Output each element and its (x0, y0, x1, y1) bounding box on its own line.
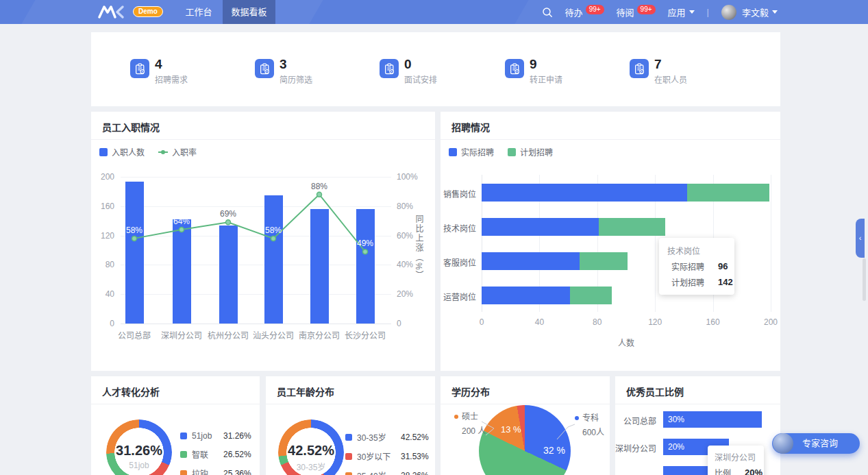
row-label: 客服岗位 (441, 256, 476, 268)
tooltip-row: 实际招聘96 (667, 260, 726, 272)
y-left-tick: 80 (92, 260, 114, 269)
ratio-bar-公司总部[interactable]: 30% (663, 411, 762, 428)
donut-center-text: 42.52%30-35岁 (270, 443, 352, 472)
stat-label: 简历筛选 (280, 73, 312, 85)
card-title: 人才转化分析 (102, 385, 160, 398)
planned-bar-销售岗位[interactable] (687, 184, 769, 202)
y-left-tick: 160 (92, 202, 114, 211)
pie-chart[interactable] (479, 405, 571, 475)
actual-bar-销售岗位[interactable] (482, 184, 687, 202)
legend-item-51job[interactable]: 51job31.26% (180, 431, 251, 441)
legend-item-入职率[interactable]: 入职率 (158, 146, 197, 158)
chevron-left-icon: ‹ (859, 234, 862, 242)
card-title: 学历分布 (451, 385, 490, 398)
donut-legend: 30-35岁42.52%30岁以下31.53%35-40岁28.26% (345, 431, 429, 475)
gridline (121, 236, 391, 236)
donut-center-label: 30-35岁 (270, 461, 352, 472)
planned-bar-技术岗位[interactable] (599, 218, 665, 236)
apps-menu-item[interactable]: 应用 (668, 5, 695, 19)
expert-consult-button[interactable]: 专家咨询 (772, 433, 860, 454)
tab-workbench[interactable]: 工作台 (175, 0, 223, 24)
toread-menu-item[interactable]: 待阅 99+ (617, 5, 656, 19)
legend-value: 42.52% (401, 433, 429, 442)
chart-legend: 入职人数入职率 (99, 146, 197, 158)
stats-summary-card: 4招聘需求3简历筛选0面试安排9转正申请7在职人员 (91, 32, 780, 106)
app-logo[interactable] (98, 5, 131, 19)
actual-bar-客服岗位[interactable] (482, 252, 580, 270)
planned-bar-客服岗位[interactable] (580, 252, 628, 270)
stat-label: 在职人员 (654, 73, 687, 85)
card-title: 员工入职情况 (102, 120, 160, 134)
bar-汕头分公司[interactable] (264, 195, 283, 324)
legend-value: 26.52% (223, 450, 251, 459)
bar-深圳分公司[interactable] (173, 219, 191, 324)
legend-item-入职人数[interactable]: 入职人数 (99, 146, 145, 158)
planned-bar-运营岗位[interactable] (570, 287, 612, 304)
bar-长沙分公司[interactable] (356, 209, 375, 324)
sidebar-collapse-handle[interactable]: ‹ (856, 219, 865, 258)
navbar-divider: | (707, 7, 709, 17)
stat-item-3: 0面试安排 (380, 59, 482, 93)
clipboard-icon (130, 59, 149, 78)
bar-杭州分公司[interactable] (219, 226, 238, 324)
bar-公司总部[interactable] (125, 182, 144, 324)
actual-bar-技术岗位[interactable] (482, 218, 599, 236)
y-right-tick: 100% (397, 172, 418, 182)
legend-item-实际招聘[interactable]: 实际招聘 (449, 146, 494, 158)
legend-value: 25.36% (223, 469, 251, 475)
navbar-decoration (16, 0, 327, 24)
legend-item-拉钩[interactable]: 拉钩25.36% (180, 467, 251, 475)
scrollbar-thumb[interactable] (863, 258, 866, 301)
donut-center-value: 31.26% (98, 443, 180, 459)
donut-center-value: 42.52% (270, 443, 352, 459)
x-tick: 80 (587, 317, 608, 327)
gridline (771, 175, 771, 312)
y-right-tick: 80% (397, 202, 413, 211)
card-divider (441, 139, 780, 140)
gridline (121, 206, 391, 207)
card-title: 优秀员工比例 (626, 385, 684, 398)
legend-item-智联[interactable]: 智联26.52% (180, 448, 251, 460)
actual-bar-运营岗位[interactable] (482, 287, 570, 304)
tab-data-dashboard[interactable]: 数据看板 (223, 0, 275, 24)
legend-item-35-40岁[interactable]: 35-40岁28.26% (345, 470, 429, 475)
legend-item-30-35岁[interactable]: 30-35岁42.52% (345, 431, 429, 443)
todo-label: 待办 (565, 5, 583, 19)
stat-item-2: 3简历筛选 (255, 59, 358, 93)
series-color-icon (180, 470, 187, 475)
onboarding-chart-card: 员工入职情况 入职人数入职率04080120160200020%40%60%80… (91, 112, 435, 371)
bar-legend-icon (508, 148, 516, 156)
user-menu[interactable]: 李文毅 (721, 5, 778, 20)
stat-label: 招聘需求 (155, 73, 188, 85)
legend-item-30岁以下[interactable]: 30岁以下31.53% (345, 450, 429, 462)
expert-consult-label: 专家咨询 (802, 433, 838, 454)
legend-value: 31.53% (401, 452, 429, 461)
legend-item-计划招聘[interactable]: 计划招聘 (508, 146, 553, 158)
todo-menu-item[interactable]: 待办 99+ (565, 5, 604, 19)
bar-南京分公司[interactable] (310, 209, 329, 324)
series-color-dot (575, 416, 579, 420)
stat-value: 7 (654, 57, 662, 72)
apps-label: 应用 (668, 5, 686, 19)
search-icon[interactable] (542, 7, 553, 18)
legend-name: 智联 (192, 448, 223, 460)
legend-label: 入职人数 (112, 146, 145, 158)
rate-label: 64% (166, 217, 197, 226)
card-divider (441, 404, 610, 404)
x-category-label: 公司总部 (107, 329, 162, 341)
row-label: 公司总部 (615, 415, 656, 426)
legend-name: 30-35岁 (357, 431, 401, 443)
card-divider (266, 404, 435, 404)
legend-name: 51job (192, 431, 223, 441)
x-category-label: 长沙分公司 (338, 329, 393, 341)
toread-label: 待阅 (617, 5, 634, 19)
legend-label: 入职率 (172, 146, 197, 158)
x-tick: 200 (760, 317, 781, 327)
tooltip-title: 深圳分公司 (715, 451, 757, 463)
callout-line1: 硕士 (454, 410, 486, 422)
age-distribution-card: 员工年龄分布 42.52%30-35岁30-35岁42.52%30岁以下31.5… (266, 376, 435, 475)
stat-value: 9 (530, 57, 537, 72)
user-avatar (721, 5, 736, 20)
chart-tooltip: 技术岗位实际招聘96计划招聘142 (659, 238, 734, 295)
talent-conversion-card: 人才转化分析 31.26%51job51job31.26%智联26.52%拉钩2… (91, 376, 260, 475)
